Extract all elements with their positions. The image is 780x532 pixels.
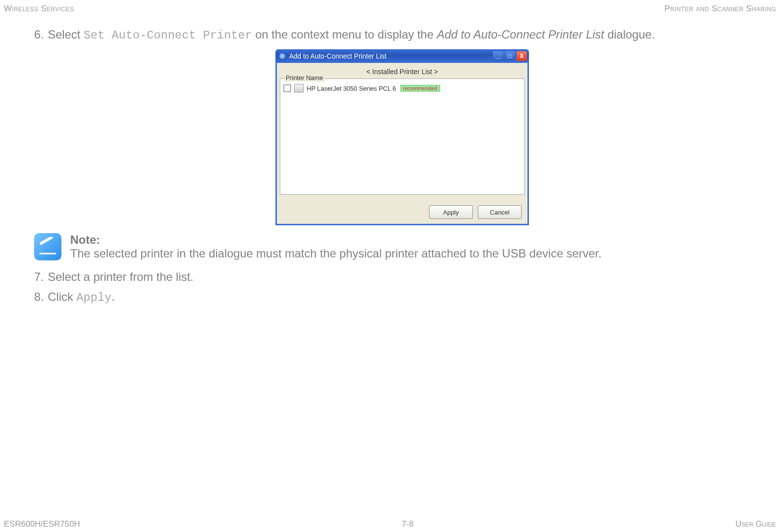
header-right: Printer and Scanner Sharing	[664, 4, 776, 14]
dialog-title: Add to Auto-Connect Printer List	[289, 52, 490, 60]
step-7-text: Select a printer from the list.	[48, 269, 194, 285]
printer-icon	[294, 84, 304, 93]
step-8-code: Apply	[77, 291, 112, 304]
printer-name: HP LaserJet 3050 Series PCL 6	[307, 85, 396, 92]
note-text: Note: The selected printer in the dialog…	[70, 233, 602, 260]
step-8-text: Click Apply.	[48, 289, 115, 306]
footer-right: User Guide	[735, 519, 776, 529]
step-8-post: .	[112, 290, 115, 303]
window-buttons: _ □ X	[493, 51, 527, 61]
dialog-figure: Add to Auto-Connect Printer List _ □ X <…	[34, 48, 770, 226]
note-body: The selected printer in the dialogue mus…	[70, 247, 602, 260]
app-icon	[278, 52, 286, 60]
step-6-text: Select Set Auto-Connect Printer on the c…	[48, 27, 655, 43]
step-7: 7. Select a printer from the list.	[34, 269, 770, 285]
step-6-pre: Select	[48, 28, 83, 41]
note-block: Note: The selected printer in the dialog…	[34, 233, 770, 260]
step-6-number: 6.	[34, 27, 48, 43]
step-6: 6. Select Set Auto-Connect Printer on th…	[34, 27, 770, 43]
step-8-pre: Click	[48, 290, 77, 303]
step-7-number: 7.	[34, 269, 48, 285]
note-icon	[34, 233, 61, 260]
dialog-button-row: Apply Cancel	[280, 205, 525, 219]
step-8-number: 8.	[34, 289, 48, 306]
dialog-client-area: < Installed Printer List > Printer Name …	[275, 63, 529, 225]
page-header: Wireless Services Printer and Scanner Sh…	[4, 4, 776, 14]
add-printer-dialog: Add to Auto-Connect Printer List _ □ X <…	[274, 48, 530, 226]
note-title: Note:	[70, 233, 602, 247]
minimize-button[interactable]: _	[493, 51, 504, 61]
dialog-titlebar[interactable]: Add to Auto-Connect Printer List _ □ X	[275, 49, 529, 63]
step-6-code: Set Auto-Connect Printer	[83, 29, 252, 42]
cancel-button[interactable]: Cancel	[478, 205, 522, 219]
column-header-printer-name: Printer Name	[284, 74, 325, 81]
page-content: 6. Select Set Auto-Connect Printer on th…	[34, 27, 770, 310]
close-button[interactable]: X	[516, 51, 527, 61]
apply-button[interactable]: Apply	[429, 205, 473, 219]
step-8: 8. Click Apply.	[34, 289, 770, 306]
step-6-post: dialogue.	[604, 28, 655, 41]
recommended-badge: recommended	[400, 85, 440, 92]
svg-rect-0	[39, 237, 54, 245]
step-6-italic: Add to Auto-Connect Printer List	[437, 28, 604, 41]
printer-checkbox[interactable]	[283, 84, 291, 92]
step-6-mid: on the context menu to display the	[252, 28, 437, 41]
printer-list-groupbox: Printer Name HP LaserJet 3050 Series PCL…	[280, 79, 525, 195]
printer-list-item[interactable]: HP LaserJet 3050 Series PCL 6 recommende…	[280, 82, 524, 95]
footer-center: 7-8	[402, 519, 414, 529]
page-footer: ESR600H/ESR750H 7-8 User Guide	[4, 519, 776, 529]
footer-left: ESR600H/ESR750H	[4, 519, 80, 529]
maximize-button[interactable]: □	[505, 51, 515, 61]
header-left: Wireless Services	[4, 4, 74, 14]
